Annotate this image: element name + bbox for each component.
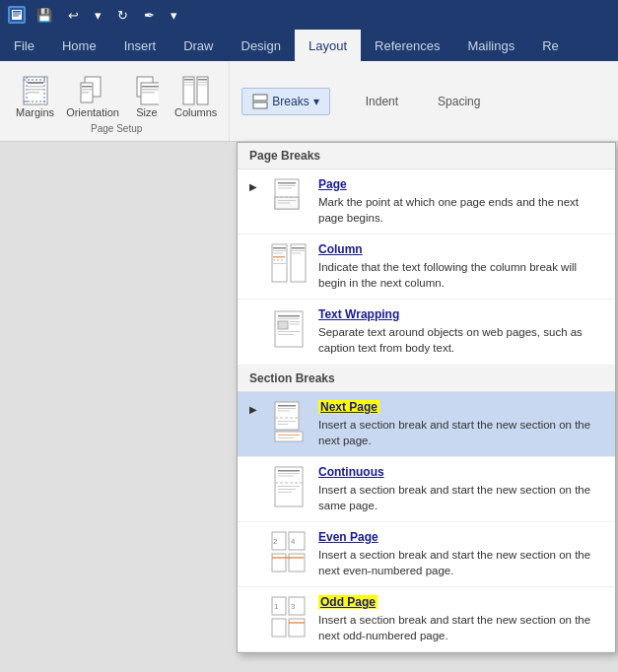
title-bar: 💾 ↩ ▾ ↻ ✒ ▾ bbox=[0, 0, 618, 30]
column-icon bbox=[269, 242, 309, 286]
svg-text:1: 1 bbox=[274, 602, 279, 611]
svg-text:2: 2 bbox=[273, 537, 278, 546]
columns-button[interactable]: Columns bbox=[171, 73, 221, 121]
svg-text:4: 4 bbox=[291, 537, 296, 546]
continuous-item-title: Continuous bbox=[318, 465, 603, 479]
column-item-desc: Indicate that the text following the col… bbox=[318, 259, 603, 291]
svg-rect-59 bbox=[290, 324, 300, 325]
even-page-item-title: Even Page bbox=[318, 530, 603, 544]
odd-page-highlight: Odd Page bbox=[318, 595, 378, 609]
svg-rect-52 bbox=[292, 253, 301, 254]
odd-page-icon: 1 3 bbox=[269, 595, 309, 638]
save-button[interactable]: 💾 bbox=[32, 6, 57, 25]
customize-button[interactable]: ✒ bbox=[139, 6, 160, 25]
breaks-dropdown: Page Breaks ▶ Page Mark the point at whi bbox=[237, 142, 616, 653]
tab-references[interactable]: References bbox=[361, 30, 453, 61]
svg-rect-84 bbox=[272, 554, 286, 571]
svg-rect-12 bbox=[28, 89, 43, 91]
svg-rect-78 bbox=[278, 489, 296, 490]
svg-rect-85 bbox=[289, 554, 305, 571]
svg-rect-55 bbox=[278, 315, 300, 317]
dropdown-item-odd-page[interactable]: ▶ 1 3 Odd Page Insert a section break a bbox=[238, 587, 615, 652]
dropdown-item-continuous[interactable]: ▶ Continuous Insert a section break and … bbox=[238, 457, 615, 522]
tab-insert[interactable]: Insert bbox=[110, 30, 171, 61]
svg-rect-58 bbox=[290, 321, 300, 322]
svg-rect-41 bbox=[278, 200, 296, 201]
tab-review[interactable]: Re bbox=[528, 30, 573, 61]
redo-button[interactable]: ↻ bbox=[112, 6, 133, 25]
column-item-title: Column bbox=[318, 242, 603, 256]
svg-rect-31 bbox=[198, 84, 207, 85]
svg-rect-56 bbox=[278, 318, 300, 319]
even-page-icon: 2 4 bbox=[269, 530, 309, 573]
page-setup-group-label: Page Setup bbox=[91, 123, 142, 137]
svg-rect-61 bbox=[278, 334, 294, 335]
orientation-button[interactable]: Orientation bbox=[62, 73, 123, 121]
svg-rect-45 bbox=[273, 247, 286, 249]
svg-rect-27 bbox=[184, 82, 193, 83]
breaks-label: Breaks bbox=[272, 95, 309, 108]
margins-label: Margins bbox=[16, 106, 54, 119]
main-area: Page Breaks ▶ Page Mark the point at whi bbox=[0, 142, 618, 672]
customize-dropdown[interactable]: ▾ bbox=[166, 6, 182, 25]
continuous-item-text: Continuous Insert a section break and st… bbox=[318, 465, 603, 513]
text-wrapping-item-title: Text Wrapping bbox=[318, 307, 603, 321]
even-page-item-text: Even Page Insert a section break and sta… bbox=[318, 530, 603, 578]
svg-rect-16 bbox=[82, 86, 92, 88]
page-icon bbox=[269, 177, 309, 221]
next-page-highlight: Next Page bbox=[318, 400, 379, 414]
svg-text:3: 3 bbox=[291, 602, 296, 611]
indent-label: Indent bbox=[342, 87, 422, 116]
next-page-icon bbox=[269, 400, 309, 443]
svg-rect-23 bbox=[142, 92, 155, 94]
dropdown-item-page[interactable]: ▶ Page Mark the point at which one page … bbox=[238, 169, 615, 235]
svg-rect-18 bbox=[82, 92, 89, 94]
svg-rect-75 bbox=[278, 475, 294, 476]
svg-rect-71 bbox=[278, 437, 294, 438]
svg-rect-53 bbox=[273, 256, 285, 258]
svg-rect-24 bbox=[183, 77, 194, 104]
svg-rect-50 bbox=[292, 247, 305, 249]
tab-mailings[interactable]: Mailings bbox=[454, 30, 529, 61]
margins-button[interactable]: Margins bbox=[12, 73, 58, 121]
app-icon bbox=[8, 6, 26, 24]
tab-home[interactable]: Home bbox=[48, 30, 110, 61]
dropdown-item-next-page[interactable]: ▶ Next Page bbox=[238, 392, 615, 457]
dropdown-item-column[interactable]: ▶ Column Indi bbox=[238, 235, 615, 300]
size-button[interactable]: Size bbox=[127, 73, 167, 121]
svg-rect-70 bbox=[278, 435, 300, 436]
ribbon-tabs: File Home Insert Draw Design Layout Refe… bbox=[0, 30, 618, 61]
columns-label: Columns bbox=[174, 106, 217, 119]
breaks-dropdown-arrow: ▾ bbox=[313, 95, 319, 108]
tab-design[interactable]: Design bbox=[228, 30, 295, 61]
continuous-icon bbox=[269, 465, 309, 508]
svg-rect-5 bbox=[24, 77, 47, 104]
tab-file[interactable]: File bbox=[0, 30, 48, 61]
svg-rect-57 bbox=[278, 321, 288, 329]
svg-rect-3 bbox=[13, 14, 21, 15]
odd-page-item-text: Odd Page Insert a section break and star… bbox=[318, 595, 603, 643]
svg-rect-39 bbox=[278, 185, 296, 186]
svg-rect-2 bbox=[13, 11, 21, 13]
svg-rect-29 bbox=[198, 79, 207, 81]
page-item-title: Page bbox=[318, 177, 603, 191]
column-item-text: Column Indicate that the text following … bbox=[318, 242, 603, 291]
tab-draw[interactable]: Draw bbox=[170, 30, 227, 61]
svg-rect-92 bbox=[289, 619, 305, 637]
svg-rect-42 bbox=[278, 203, 290, 204]
dropdown-item-even-page[interactable]: ▶ 2 4 Even Page Insert a section break a… bbox=[238, 522, 615, 587]
dropdown-item-text-wrapping[interactable]: ▶ Text Wrapping Separate text around obj… bbox=[238, 300, 615, 365]
undo-button[interactable]: ↩ bbox=[63, 6, 84, 25]
svg-rect-77 bbox=[278, 486, 300, 487]
page-item-desc: Mark the point at which one page ends an… bbox=[318, 194, 603, 226]
svg-rect-51 bbox=[292, 250, 305, 251]
tab-layout[interactable]: Layout bbox=[295, 30, 361, 61]
svg-rect-32 bbox=[253, 95, 267, 101]
breaks-button[interactable]: Breaks ▾ bbox=[241, 88, 329, 115]
size-label: Size bbox=[136, 106, 157, 119]
svg-rect-86 bbox=[272, 557, 304, 559]
svg-rect-38 bbox=[278, 182, 296, 184]
ribbon-toolbar: Margins Orientation bbox=[0, 61, 618, 142]
undo-dropdown[interactable]: ▾ bbox=[90, 6, 106, 25]
svg-rect-68 bbox=[278, 424, 288, 425]
